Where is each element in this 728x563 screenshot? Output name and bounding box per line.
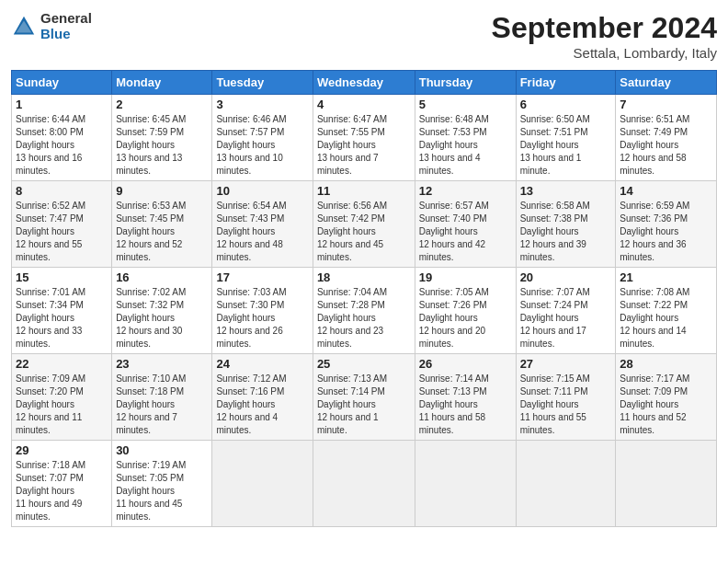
calendar-cell: 10Sunrise: 6:54 AMSunset: 7:43 PMDayligh… (212, 181, 313, 268)
day-info: Sunrise: 7:15 AMSunset: 7:11 PMDaylight … (520, 373, 612, 437)
weekday-header: Thursday (415, 71, 516, 95)
calendar-row: 29Sunrise: 7:18 AMSunset: 7:07 PMDayligh… (12, 441, 717, 527)
logo-blue: Blue (40, 26, 71, 41)
day-number: 28 (620, 357, 712, 371)
calendar-cell (616, 441, 717, 527)
day-info: Sunrise: 7:01 AMSunset: 7:34 PMDaylight … (16, 286, 108, 350)
day-number: 24 (216, 357, 308, 371)
day-number: 10 (216, 184, 308, 198)
calendar-row: 8Sunrise: 6:52 AMSunset: 7:47 PMDaylight… (12, 181, 717, 268)
day-number: 15 (16, 270, 108, 284)
calendar-row: 15Sunrise: 7:01 AMSunset: 7:34 PMDayligh… (12, 268, 717, 354)
calendar-cell: 2Sunrise: 6:45 AMSunset: 7:59 PMDaylight… (112, 95, 212, 181)
calendar-cell: 27Sunrise: 7:15 AMSunset: 7:11 PMDayligh… (516, 354, 616, 441)
day-number: 6 (520, 98, 612, 111)
day-number: 23 (116, 357, 208, 371)
day-info: Sunrise: 6:58 AMSunset: 7:38 PMDaylight … (520, 200, 612, 264)
calendar-table: SundayMondayTuesdayWednesdayThursdayFrid… (11, 70, 717, 527)
page-header: General Blue September 2024 Settala, Lom… (11, 11, 717, 61)
day-number: 4 (317, 98, 411, 111)
day-info: Sunrise: 6:48 AMSunset: 7:53 PMDaylight … (419, 113, 512, 178)
day-info: Sunrise: 6:50 AMSunset: 7:51 PMDaylight … (520, 113, 612, 178)
day-number: 12 (419, 184, 512, 198)
logo-general: General (40, 10, 92, 26)
weekday-header: Tuesday (212, 71, 313, 95)
day-number: 13 (520, 184, 612, 198)
weekday-header: Monday (112, 71, 212, 95)
calendar-cell: 30Sunrise: 7:19 AMSunset: 7:05 PMDayligh… (112, 441, 212, 527)
day-number: 20 (520, 270, 612, 284)
day-info: Sunrise: 7:13 AMSunset: 7:14 PMDaylight … (317, 373, 411, 437)
calendar-cell: 29Sunrise: 7:18 AMSunset: 7:07 PMDayligh… (12, 441, 112, 527)
day-info: Sunrise: 7:02 AMSunset: 7:32 PMDaylight … (116, 286, 208, 350)
calendar-cell: 11Sunrise: 6:56 AMSunset: 7:42 PMDayligh… (313, 181, 415, 268)
day-number: 5 (419, 98, 512, 111)
calendar-cell: 15Sunrise: 7:01 AMSunset: 7:34 PMDayligh… (12, 268, 112, 354)
day-number: 17 (216, 270, 308, 284)
calendar-cell: 3Sunrise: 6:46 AMSunset: 7:57 PMDaylight… (212, 95, 313, 181)
day-info: Sunrise: 7:05 AMSunset: 7:26 PMDaylight … (419, 286, 512, 350)
day-info: Sunrise: 7:04 AMSunset: 7:28 PMDaylight … (317, 286, 411, 350)
calendar-cell: 23Sunrise: 7:10 AMSunset: 7:18 PMDayligh… (112, 354, 212, 441)
day-number: 9 (116, 184, 208, 198)
day-number: 21 (620, 270, 712, 284)
calendar-cell: 25Sunrise: 7:13 AMSunset: 7:14 PMDayligh… (313, 354, 415, 441)
calendar-cell (313, 441, 415, 527)
day-info: Sunrise: 7:19 AMSunset: 7:05 PMDaylight … (116, 459, 208, 523)
day-info: Sunrise: 6:46 AMSunset: 7:57 PMDaylight … (216, 113, 308, 178)
calendar-cell: 14Sunrise: 6:59 AMSunset: 7:36 PMDayligh… (616, 181, 717, 268)
day-info: Sunrise: 7:07 AMSunset: 7:24 PMDaylight … (520, 286, 612, 350)
calendar-cell: 20Sunrise: 7:07 AMSunset: 7:24 PMDayligh… (516, 268, 616, 354)
calendar-cell (212, 441, 313, 527)
calendar-cell: 16Sunrise: 7:02 AMSunset: 7:32 PMDayligh… (112, 268, 212, 354)
day-info: Sunrise: 6:47 AMSunset: 7:55 PMDaylight … (317, 113, 411, 178)
logo-icon (11, 14, 37, 40)
calendar-cell: 24Sunrise: 7:12 AMSunset: 7:16 PMDayligh… (212, 354, 313, 441)
day-number: 18 (317, 270, 411, 284)
title-area: September 2024 Settala, Lombardy, Italy (492, 11, 717, 61)
calendar-cell: 17Sunrise: 7:03 AMSunset: 7:30 PMDayligh… (212, 268, 313, 354)
day-info: Sunrise: 7:03 AMSunset: 7:30 PMDaylight … (216, 286, 308, 350)
calendar-cell: 18Sunrise: 7:04 AMSunset: 7:28 PMDayligh… (313, 268, 415, 354)
day-number: 27 (520, 357, 612, 371)
day-number: 7 (620, 98, 712, 111)
day-number: 19 (419, 270, 512, 284)
day-number: 29 (16, 443, 108, 457)
calendar-cell (415, 441, 516, 527)
calendar-cell: 19Sunrise: 7:05 AMSunset: 7:26 PMDayligh… (415, 268, 516, 354)
day-info: Sunrise: 7:09 AMSunset: 7:20 PMDaylight … (16, 373, 108, 437)
calendar-cell: 28Sunrise: 7:17 AMSunset: 7:09 PMDayligh… (616, 354, 717, 441)
day-number: 26 (419, 357, 512, 371)
day-info: Sunrise: 6:53 AMSunset: 7:45 PMDaylight … (116, 200, 208, 264)
weekday-header: Friday (516, 71, 616, 95)
calendar-row: 1Sunrise: 6:44 AMSunset: 8:00 PMDaylight… (12, 95, 717, 181)
weekday-header: Saturday (616, 71, 717, 95)
day-number: 22 (16, 357, 108, 371)
day-info: Sunrise: 6:45 AMSunset: 7:59 PMDaylight … (116, 113, 208, 178)
day-info: Sunrise: 6:57 AMSunset: 7:40 PMDaylight … (419, 200, 512, 264)
calendar-cell (516, 441, 616, 527)
logo: General Blue (11, 11, 92, 41)
day-number: 25 (317, 357, 411, 371)
calendar-cell: 1Sunrise: 6:44 AMSunset: 8:00 PMDaylight… (12, 95, 112, 181)
day-info: Sunrise: 6:51 AMSunset: 7:49 PMDaylight … (620, 113, 712, 178)
calendar-cell: 4Sunrise: 6:47 AMSunset: 7:55 PMDaylight… (313, 95, 415, 181)
weekday-header-row: SundayMondayTuesdayWednesdayThursdayFrid… (12, 71, 717, 95)
day-number: 2 (116, 98, 208, 111)
day-info: Sunrise: 6:59 AMSunset: 7:36 PMDaylight … (620, 200, 712, 264)
day-info: Sunrise: 7:10 AMSunset: 7:18 PMDaylight … (116, 373, 208, 437)
calendar-cell: 6Sunrise: 6:50 AMSunset: 7:51 PMDaylight… (516, 95, 616, 181)
day-number: 1 (16, 98, 108, 111)
calendar-cell: 22Sunrise: 7:09 AMSunset: 7:20 PMDayligh… (12, 354, 112, 441)
location: Settala, Lombardy, Italy (492, 45, 717, 61)
calendar-cell: 9Sunrise: 6:53 AMSunset: 7:45 PMDaylight… (112, 181, 212, 268)
day-info: Sunrise: 6:44 AMSunset: 8:00 PMDaylight … (16, 113, 108, 178)
day-info: Sunrise: 7:08 AMSunset: 7:22 PMDaylight … (620, 286, 712, 350)
calendar-cell: 12Sunrise: 6:57 AMSunset: 7:40 PMDayligh… (415, 181, 516, 268)
day-number: 3 (216, 98, 308, 111)
day-info: Sunrise: 7:18 AMSunset: 7:07 PMDaylight … (16, 459, 108, 523)
day-info: Sunrise: 6:52 AMSunset: 7:47 PMDaylight … (16, 200, 108, 264)
day-number: 11 (317, 184, 411, 198)
day-info: Sunrise: 6:56 AMSunset: 7:42 PMDaylight … (317, 200, 411, 264)
day-info: Sunrise: 7:17 AMSunset: 7:09 PMDaylight … (620, 373, 712, 437)
